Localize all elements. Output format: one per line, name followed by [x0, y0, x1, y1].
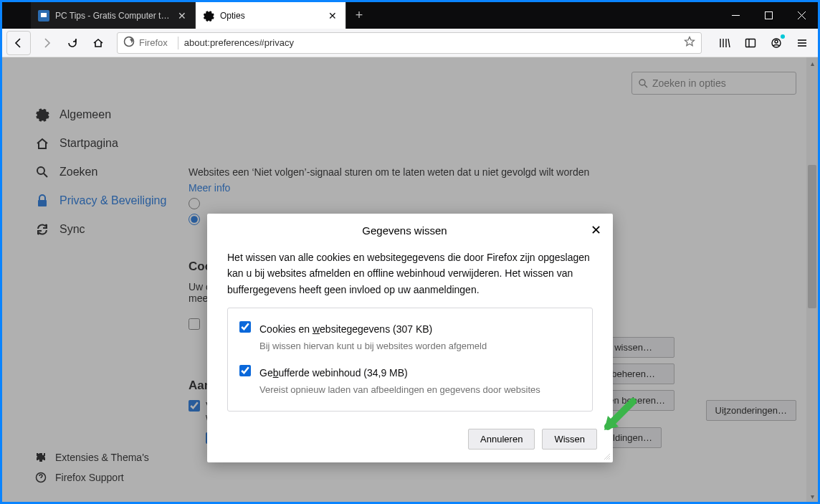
resize-grip-icon: [603, 452, 610, 460]
firefox-icon: [123, 36, 135, 49]
back-button[interactable]: [6, 31, 31, 55]
opt-cookies-sub: Bij wissen hiervan kunt u bij websites w…: [259, 339, 487, 354]
svg-line-10: [728, 39, 730, 47]
favicon-pctips: [38, 10, 49, 22]
maximize-button[interactable]: [752, 2, 785, 29]
svg-rect-3: [765, 12, 772, 19]
titlebar: PC Tips - Gratis Computer tips ✕ Opties …: [2, 2, 818, 29]
cancel-button[interactable]: Annuleren: [468, 429, 535, 450]
opt-cookies-checkbox[interactable]: [239, 321, 251, 333]
forward-button[interactable]: [35, 32, 58, 54]
svg-rect-11: [746, 39, 755, 47]
opt-cache-checkbox[interactable]: [239, 365, 251, 376]
svg-rect-1: [41, 13, 47, 17]
reload-button[interactable]: [61, 32, 84, 54]
new-tab-button[interactable]: +: [346, 2, 372, 29]
close-icon[interactable]: ✕: [327, 10, 338, 22]
opt-cache-sub: Vereist opnieuw laden van afbeeldingen e…: [259, 383, 540, 398]
identity-label: Firefox: [139, 37, 168, 48]
account-button[interactable]: [765, 32, 788, 54]
dialog-description: Het wissen van alle cookies en websitege…: [227, 249, 593, 298]
url-text: about:preferences#privacy: [184, 37, 684, 48]
url-bar[interactable]: Firefox about:preferences#privacy: [117, 32, 702, 54]
nav-toolbar: Firefox about:preferences#privacy: [2, 29, 818, 57]
menu-button[interactable]: [791, 32, 814, 54]
minimize-button[interactable]: [719, 2, 752, 29]
tab-title: Opties: [220, 11, 321, 21]
opt-cache-label: Gebufferde webinhoud (34,9 MB): [259, 367, 408, 379]
library-button[interactable]: [713, 32, 736, 54]
opt-cookies-label: Cookies en websitegegevens (307 KB): [259, 323, 432, 335]
tab-title: PC Tips - Gratis Computer tips: [55, 11, 171, 21]
close-icon[interactable]: ✕: [176, 10, 188, 22]
gear-icon: [203, 10, 214, 22]
dialog-close-button[interactable]: ✕: [591, 222, 601, 238]
bookmark-star-icon[interactable]: [684, 36, 695, 49]
dialog-title: Gegevens wissen: [219, 224, 591, 237]
close-window-button[interactable]: [785, 2, 818, 29]
tab-pctips[interactable]: PC Tips - Gratis Computer tips ✕: [31, 2, 196, 29]
sidebar-button[interactable]: [739, 32, 762, 54]
svg-line-26: [609, 458, 610, 460]
svg-point-14: [775, 40, 778, 43]
clear-data-dialog: Gegevens wissen ✕ Het wissen van alle co…: [207, 214, 613, 462]
home-button[interactable]: [87, 32, 110, 54]
clear-button[interactable]: Wissen: [542, 429, 597, 450]
divider: [178, 37, 178, 49]
tab-options[interactable]: Opties ✕: [196, 2, 346, 29]
